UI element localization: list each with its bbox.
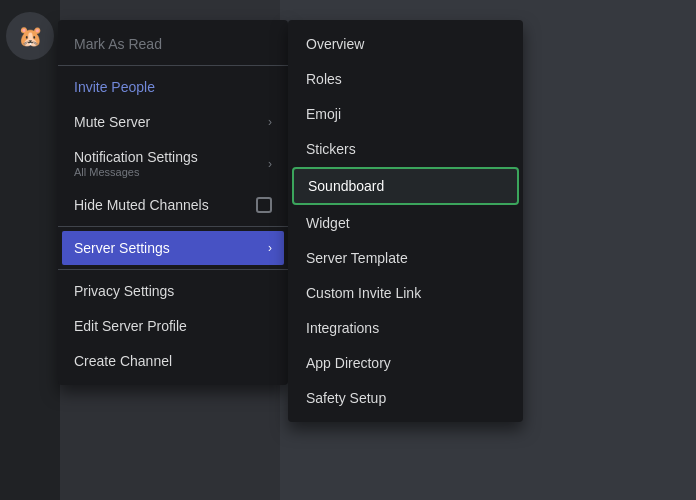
right-menu-label-roles: Roles [306,71,342,87]
right-menu-item-widget[interactable]: Widget [292,206,519,240]
right-menu-label-soundboard: Soundboard [308,178,384,194]
right-menu-label-integrations: Integrations [306,320,379,336]
right-menu-label-server-template: Server Template [306,250,408,266]
menu-item-label-server-settings: Server Settings [74,240,170,256]
right-menu-label-stickers: Stickers [306,141,356,157]
menu-item-label-invite-people: Invite People [74,79,155,95]
menu-item-label-edit-server-profile: Edit Server Profile [74,318,187,334]
right-menu-item-stickers[interactable]: Stickers [292,132,519,166]
menu-item-create-channel[interactable]: Create Channel [62,344,284,378]
menu-item-invite-people[interactable]: Invite People [62,70,284,104]
menu-item-label-hide-muted: Hide Muted Channels [74,197,209,213]
right-menu-item-emoji[interactable]: Emoji [292,97,519,131]
right-menu-item-soundboard[interactable]: Soundboard [292,167,519,205]
hide-muted-checkbox[interactable] [256,197,272,213]
right-menu-label-app-directory: App Directory [306,355,391,371]
menu-item-notification-settings[interactable]: Notification SettingsAll Messages› [62,140,284,187]
menu-item-sublabel-notification-settings: All Messages [74,166,139,178]
menu-item-label-create-channel: Create Channel [74,353,172,369]
menu-item-label-mute-server: Mute Server [74,114,150,130]
right-menu-item-server-template[interactable]: Server Template [292,241,519,275]
right-menu-label-emoji: Emoji [306,106,341,122]
menu-item-mark-read[interactable]: Mark As Read [62,27,284,61]
menu-item-privacy-settings[interactable]: Privacy Settings [62,274,284,308]
menu-divider [58,226,288,227]
menu-item-hide-muted[interactable]: Hide Muted Channels [62,188,284,222]
right-menu-item-custom-invite-link[interactable]: Custom Invite Link [292,276,519,310]
right-menu-label-custom-invite-link: Custom Invite Link [306,285,421,301]
menu-item-mute-server[interactable]: Mute Server› [62,105,284,139]
right-menu-item-overview[interactable]: Overview [292,27,519,61]
menu-item-label-notification-settings: Notification Settings [74,149,198,165]
chevron-right-icon: › [268,115,272,129]
server-icon[interactable]: 🐹 [6,12,54,60]
right-menu-item-safety-setup[interactable]: Safety Setup [292,381,519,415]
right-menu-item-roles[interactable]: Roles [292,62,519,96]
menu-item-edit-server-profile[interactable]: Edit Server Profile [62,309,284,343]
right-context-menu: OverviewRolesEmojiStickersSoundboardWidg… [288,20,523,422]
right-menu-label-overview: Overview [306,36,364,52]
chevron-right-icon: › [268,157,272,171]
right-menu-item-app-directory[interactable]: App Directory [292,346,519,380]
right-menu-label-widget: Widget [306,215,350,231]
menu-item-server-settings[interactable]: Server Settings› [62,231,284,265]
menu-divider [58,65,288,66]
chevron-right-icon: › [268,241,272,255]
right-menu-label-safety-setup: Safety Setup [306,390,386,406]
menu-item-label-mark-read: Mark As Read [74,36,162,52]
menu-item-label-privacy-settings: Privacy Settings [74,283,174,299]
server-sidebar: 🐹 [0,0,60,500]
menu-item-sub-notification-settings: Notification SettingsAll Messages [74,149,198,178]
left-context-menu: Mark As ReadInvite PeopleMute Server›Not… [58,20,288,385]
menu-divider [58,269,288,270]
right-menu-item-integrations[interactable]: Integrations [292,311,519,345]
